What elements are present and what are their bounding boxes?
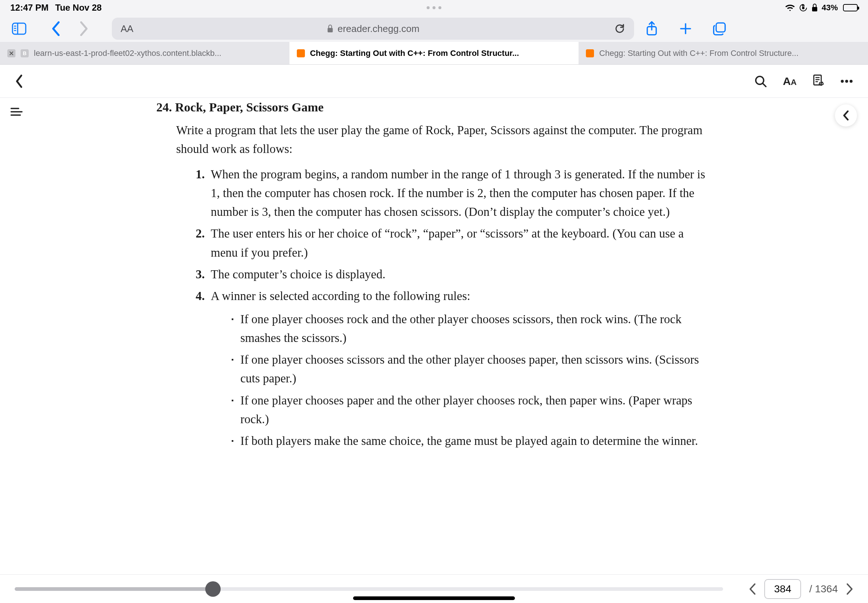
tab-label: learn-us-east-1-prod-fleet02-xythos.cont…	[34, 48, 221, 58]
battery-percent: 43%	[822, 3, 838, 12]
rules-list: If one player chooses rock and the other…	[231, 308, 712, 452]
home-indicator[interactable]	[353, 596, 515, 600]
reader-mode-button[interactable]: AA	[121, 23, 133, 34]
list-item: The user enters his or her choice of “ro…	[208, 223, 712, 263]
svg-point-19	[845, 80, 848, 83]
steps-list: When the program begins, a random number…	[208, 164, 712, 453]
svg-point-20	[849, 80, 853, 83]
list-item: A winner is selected according to the fo…	[208, 285, 712, 453]
tab-label: Chegg: Starting Out with C++: From Contr…	[310, 48, 519, 58]
ereader-toolbar: AA	[0, 65, 868, 98]
more-icon[interactable]	[840, 79, 853, 83]
collapse-panel-button[interactable]	[835, 104, 857, 127]
address-url: ereader.chegg.com	[337, 23, 420, 34]
orientation-lock-icon	[799, 3, 808, 12]
list-item: The computer’s choice is displayed.	[208, 264, 712, 285]
browser-toolbar: AA ereader.chegg.com	[0, 15, 868, 42]
list-item: If one player chooses rock and the other…	[231, 308, 712, 349]
svg-line-13	[763, 83, 766, 87]
forward-button	[75, 20, 93, 37]
svg-rect-1	[812, 7, 817, 11]
section-heading: 24. Rock, Paper, Scissors Game	[156, 98, 712, 117]
svg-point-18	[841, 80, 844, 83]
scrubber-thumb[interactable]	[205, 581, 221, 597]
reader-content-area: 24. Rock, Paper, Scissors Game Write a p…	[0, 98, 868, 574]
wifi-icon	[785, 4, 795, 12]
bookmark-icon[interactable]	[812, 74, 825, 88]
close-tab-icon[interactable]	[7, 49, 15, 57]
sidebar-toggle-icon[interactable]	[10, 20, 28, 37]
browser-tab[interactable]: Blearn-us-east-1-prod-fleet02-xythos.con…	[0, 42, 289, 64]
battery-icon	[842, 4, 858, 11]
page-scrubber[interactable]	[15, 587, 723, 591]
tabs-overview-button[interactable]	[710, 20, 728, 37]
list-item: If both players make the same choice, th…	[231, 430, 712, 452]
lock-icon	[326, 24, 334, 33]
tab-favicon	[586, 49, 594, 57]
page-number-input[interactable]: 384	[764, 579, 801, 599]
tab-label: Chegg: Starting Out with C++: From Contr…	[599, 48, 798, 58]
address-bar[interactable]: AA ereader.chegg.com	[112, 18, 634, 40]
list-item: If one player chooses scissors and the o…	[231, 349, 712, 390]
reload-button[interactable]	[614, 23, 625, 34]
browser-tabs: Blearn-us-east-1-prod-fleet02-xythos.con…	[0, 42, 868, 65]
status-date: Tue Nov 28	[55, 3, 102, 13]
bluetooth-lock-icon	[811, 3, 818, 12]
page-total: / 1364	[809, 583, 838, 595]
tab-favicon: B	[21, 49, 29, 57]
list-item: If one player chooses paper and the othe…	[231, 390, 712, 430]
share-button[interactable]	[643, 20, 661, 37]
svg-rect-11	[716, 23, 725, 32]
text-settings-icon[interactable]: AA	[783, 75, 797, 88]
tab-favicon	[297, 49, 305, 57]
browser-tab[interactable]: Chegg: Starting Out with C++: From Contr…	[289, 42, 579, 64]
status-bar: 12:47 PM Tue Nov 28 43%	[0, 0, 868, 15]
ereader-back-button[interactable]	[15, 74, 23, 89]
next-page-button[interactable]	[846, 583, 853, 595]
intro-paragraph: Write a program that lets the user play …	[176, 121, 712, 158]
list-item: When the program begins, a random number…	[208, 164, 712, 223]
prev-page-button[interactable]	[749, 583, 756, 595]
new-tab-button[interactable]	[677, 20, 695, 37]
svg-rect-7	[328, 28, 333, 32]
browser-tab[interactable]: Chegg: Starting Out with C++: From Contr…	[579, 42, 868, 64]
toc-button[interactable]	[10, 107, 23, 117]
multitask-dots[interactable]	[427, 6, 441, 9]
svg-rect-0	[802, 7, 805, 9]
back-button[interactable]	[47, 20, 65, 37]
search-icon[interactable]	[754, 75, 767, 88]
status-time: 12:47 PM	[10, 3, 48, 13]
